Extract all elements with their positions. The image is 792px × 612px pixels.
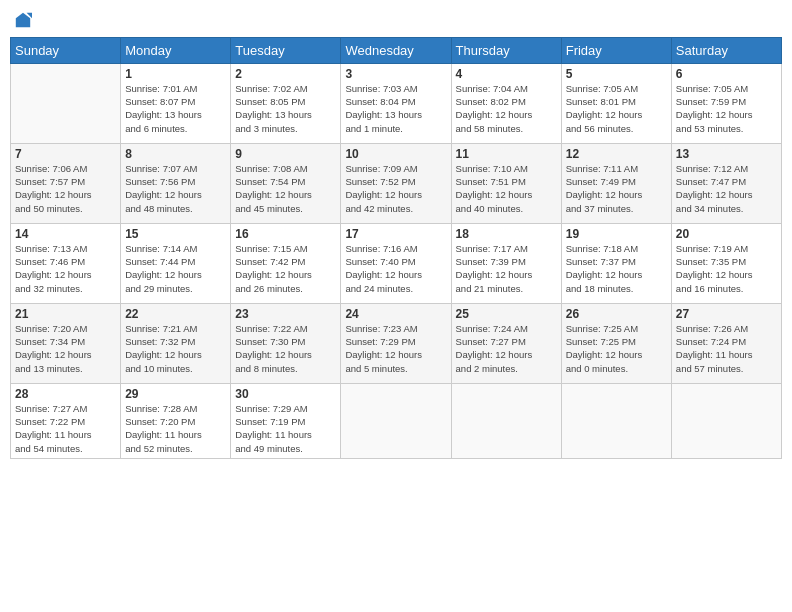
day-info: Sunrise: 7:03 AM Sunset: 8:04 PM Dayligh…: [345, 82, 446, 135]
weekday-header: Friday: [561, 37, 671, 63]
calendar-cell: 8Sunrise: 7:07 AM Sunset: 7:56 PM Daylig…: [121, 143, 231, 223]
day-number: 22: [125, 307, 226, 321]
calendar-cell: 9Sunrise: 7:08 AM Sunset: 7:54 PM Daylig…: [231, 143, 341, 223]
calendar-cell: 27Sunrise: 7:26 AM Sunset: 7:24 PM Dayli…: [671, 303, 781, 383]
day-number: 8: [125, 147, 226, 161]
weekday-header: Saturday: [671, 37, 781, 63]
calendar-table: SundayMondayTuesdayWednesdayThursdayFrid…: [10, 37, 782, 459]
day-number: 5: [566, 67, 667, 81]
day-number: 9: [235, 147, 336, 161]
calendar-cell: [561, 383, 671, 458]
day-number: 24: [345, 307, 446, 321]
calendar-cell: 26Sunrise: 7:25 AM Sunset: 7:25 PM Dayli…: [561, 303, 671, 383]
day-info: Sunrise: 7:28 AM Sunset: 7:20 PM Dayligh…: [125, 402, 226, 455]
weekday-header: Sunday: [11, 37, 121, 63]
day-info: Sunrise: 7:23 AM Sunset: 7:29 PM Dayligh…: [345, 322, 446, 375]
day-info: Sunrise: 7:24 AM Sunset: 7:27 PM Dayligh…: [456, 322, 557, 375]
day-number: 19: [566, 227, 667, 241]
calendar-week-row: 28Sunrise: 7:27 AM Sunset: 7:22 PM Dayli…: [11, 383, 782, 458]
calendar-cell: 12Sunrise: 7:11 AM Sunset: 7:49 PM Dayli…: [561, 143, 671, 223]
day-info: Sunrise: 7:29 AM Sunset: 7:19 PM Dayligh…: [235, 402, 336, 455]
page-header: [10, 10, 782, 29]
calendar-cell: 15Sunrise: 7:14 AM Sunset: 7:44 PM Dayli…: [121, 223, 231, 303]
calendar-header: SundayMondayTuesdayWednesdayThursdayFrid…: [11, 37, 782, 63]
day-number: 3: [345, 67, 446, 81]
day-number: 18: [456, 227, 557, 241]
calendar-cell: 22Sunrise: 7:21 AM Sunset: 7:32 PM Dayli…: [121, 303, 231, 383]
day-number: 26: [566, 307, 667, 321]
day-info: Sunrise: 7:19 AM Sunset: 7:35 PM Dayligh…: [676, 242, 777, 295]
day-number: 11: [456, 147, 557, 161]
calendar-cell: 29Sunrise: 7:28 AM Sunset: 7:20 PM Dayli…: [121, 383, 231, 458]
calendar-cell: 28Sunrise: 7:27 AM Sunset: 7:22 PM Dayli…: [11, 383, 121, 458]
day-info: Sunrise: 7:02 AM Sunset: 8:05 PM Dayligh…: [235, 82, 336, 135]
calendar-cell: 13Sunrise: 7:12 AM Sunset: 7:47 PM Dayli…: [671, 143, 781, 223]
svg-marker-0: [16, 13, 30, 27]
calendar-cell: 30Sunrise: 7:29 AM Sunset: 7:19 PM Dayli…: [231, 383, 341, 458]
day-number: 15: [125, 227, 226, 241]
logo-general-text: [14, 10, 32, 29]
day-number: 17: [345, 227, 446, 241]
calendar-cell: 23Sunrise: 7:22 AM Sunset: 7:30 PM Dayli…: [231, 303, 341, 383]
day-number: 28: [15, 387, 116, 401]
weekday-header: Tuesday: [231, 37, 341, 63]
calendar-cell: 6Sunrise: 7:05 AM Sunset: 7:59 PM Daylig…: [671, 63, 781, 143]
day-info: Sunrise: 7:18 AM Sunset: 7:37 PM Dayligh…: [566, 242, 667, 295]
calendar-week-row: 1Sunrise: 7:01 AM Sunset: 8:07 PM Daylig…: [11, 63, 782, 143]
day-info: Sunrise: 7:20 AM Sunset: 7:34 PM Dayligh…: [15, 322, 116, 375]
weekday-header: Thursday: [451, 37, 561, 63]
day-number: 29: [125, 387, 226, 401]
day-number: 7: [15, 147, 116, 161]
calendar-cell: 7Sunrise: 7:06 AM Sunset: 7:57 PM Daylig…: [11, 143, 121, 223]
calendar-cell: 24Sunrise: 7:23 AM Sunset: 7:29 PM Dayli…: [341, 303, 451, 383]
day-number: 21: [15, 307, 116, 321]
calendar-cell: 2Sunrise: 7:02 AM Sunset: 8:05 PM Daylig…: [231, 63, 341, 143]
day-info: Sunrise: 7:05 AM Sunset: 7:59 PM Dayligh…: [676, 82, 777, 135]
day-info: Sunrise: 7:13 AM Sunset: 7:46 PM Dayligh…: [15, 242, 116, 295]
weekday-header: Wednesday: [341, 37, 451, 63]
day-info: Sunrise: 7:15 AM Sunset: 7:42 PM Dayligh…: [235, 242, 336, 295]
calendar-cell: [11, 63, 121, 143]
calendar-cell: 25Sunrise: 7:24 AM Sunset: 7:27 PM Dayli…: [451, 303, 561, 383]
calendar-cell: 3Sunrise: 7:03 AM Sunset: 8:04 PM Daylig…: [341, 63, 451, 143]
day-info: Sunrise: 7:17 AM Sunset: 7:39 PM Dayligh…: [456, 242, 557, 295]
calendar-cell: 10Sunrise: 7:09 AM Sunset: 7:52 PM Dayli…: [341, 143, 451, 223]
day-info: Sunrise: 7:09 AM Sunset: 7:52 PM Dayligh…: [345, 162, 446, 215]
day-number: 6: [676, 67, 777, 81]
day-number: 16: [235, 227, 336, 241]
calendar-cell: 14Sunrise: 7:13 AM Sunset: 7:46 PM Dayli…: [11, 223, 121, 303]
day-info: Sunrise: 7:04 AM Sunset: 8:02 PM Dayligh…: [456, 82, 557, 135]
day-number: 14: [15, 227, 116, 241]
logo: [14, 10, 34, 29]
day-info: Sunrise: 7:11 AM Sunset: 7:49 PM Dayligh…: [566, 162, 667, 215]
day-info: Sunrise: 7:05 AM Sunset: 8:01 PM Dayligh…: [566, 82, 667, 135]
day-number: 1: [125, 67, 226, 81]
day-number: 23: [235, 307, 336, 321]
logo-icon: [14, 11, 32, 29]
day-info: Sunrise: 7:25 AM Sunset: 7:25 PM Dayligh…: [566, 322, 667, 375]
calendar-week-row: 7Sunrise: 7:06 AM Sunset: 7:57 PM Daylig…: [11, 143, 782, 223]
weekday-header: Monday: [121, 37, 231, 63]
calendar-cell: 11Sunrise: 7:10 AM Sunset: 7:51 PM Dayli…: [451, 143, 561, 223]
day-number: 27: [676, 307, 777, 321]
day-info: Sunrise: 7:08 AM Sunset: 7:54 PM Dayligh…: [235, 162, 336, 215]
calendar-cell: 1Sunrise: 7:01 AM Sunset: 8:07 PM Daylig…: [121, 63, 231, 143]
calendar-cell: 19Sunrise: 7:18 AM Sunset: 7:37 PM Dayli…: [561, 223, 671, 303]
day-info: Sunrise: 7:26 AM Sunset: 7:24 PM Dayligh…: [676, 322, 777, 375]
calendar-week-row: 14Sunrise: 7:13 AM Sunset: 7:46 PM Dayli…: [11, 223, 782, 303]
day-info: Sunrise: 7:27 AM Sunset: 7:22 PM Dayligh…: [15, 402, 116, 455]
calendar-cell: 21Sunrise: 7:20 AM Sunset: 7:34 PM Dayli…: [11, 303, 121, 383]
calendar-cell: 16Sunrise: 7:15 AM Sunset: 7:42 PM Dayli…: [231, 223, 341, 303]
calendar-cell: 18Sunrise: 7:17 AM Sunset: 7:39 PM Dayli…: [451, 223, 561, 303]
calendar-cell: [451, 383, 561, 458]
day-info: Sunrise: 7:21 AM Sunset: 7:32 PM Dayligh…: [125, 322, 226, 375]
day-number: 30: [235, 387, 336, 401]
calendar-cell: 17Sunrise: 7:16 AM Sunset: 7:40 PM Dayli…: [341, 223, 451, 303]
day-number: 20: [676, 227, 777, 241]
day-info: Sunrise: 7:12 AM Sunset: 7:47 PM Dayligh…: [676, 162, 777, 215]
day-info: Sunrise: 7:06 AM Sunset: 7:57 PM Dayligh…: [15, 162, 116, 215]
calendar-week-row: 21Sunrise: 7:20 AM Sunset: 7:34 PM Dayli…: [11, 303, 782, 383]
day-number: 13: [676, 147, 777, 161]
day-number: 2: [235, 67, 336, 81]
calendar-cell: [341, 383, 451, 458]
